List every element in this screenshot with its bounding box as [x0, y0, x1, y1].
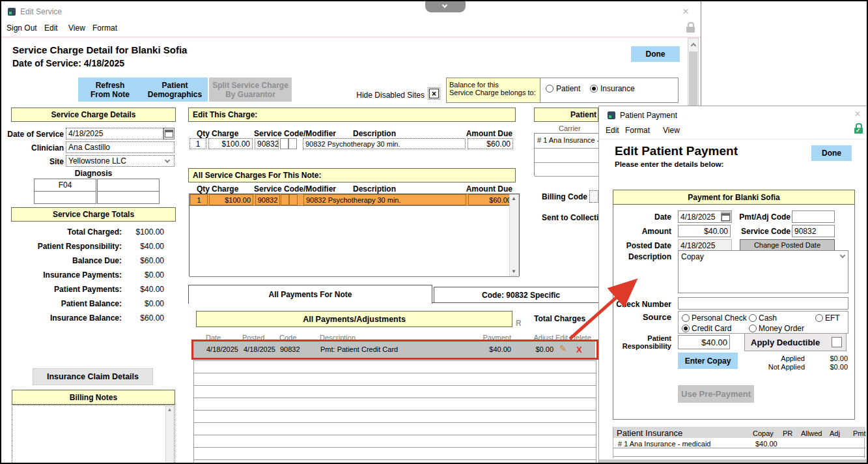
- source-group: Personal Check Cash EFT Credit Card Mone…: [678, 311, 848, 334]
- enter-copay-button[interactable]: Enter Copay: [678, 353, 738, 369]
- close-icon[interactable]: ×: [682, 5, 689, 18]
- pmt-adj-code-label: Pmt/Adj Code: [723, 212, 791, 222]
- patient-demographics-button[interactable]: Patient Demographics: [142, 78, 208, 102]
- calendar-icon: [165, 130, 173, 138]
- close-icon[interactable]: ×: [854, 108, 861, 121]
- flyout-handle[interactable]: [425, 1, 466, 12]
- source-credit-card-radio[interactable]: [682, 325, 690, 332]
- carrier-row[interactable]: # 1 Ana Insurance - medicaid: [537, 136, 599, 144]
- col-qty: Qty: [197, 129, 210, 138]
- date-of-service-input[interactable]: 4/18/2025: [66, 128, 163, 139]
- calendar-button[interactable]: [163, 128, 175, 139]
- service-code-input[interactable]: 90832: [792, 225, 835, 237]
- edit-description-input[interactable]: 90832 Psychotherapy 30 min.: [303, 138, 466, 149]
- balance-due-value: $60.00: [125, 256, 164, 265]
- patient-payments-value: $40.00: [125, 285, 164, 294]
- col-pmt: Pmt: [853, 429, 866, 437]
- description-textarea[interactable]: Copay: [678, 250, 848, 293]
- patient-insurance-header-row: Patient Insurance Copay PR Allwed Adj Pm…: [613, 427, 865, 438]
- check-number-input[interactable]: [678, 297, 848, 310]
- pmt-adj-code-input[interactable]: [792, 210, 835, 223]
- diagnosis-cell-4[interactable]: [97, 191, 160, 204]
- done-button[interactable]: Done: [631, 46, 680, 62]
- diagnosis-cell-3[interactable]: [34, 191, 96, 204]
- dialog-menu-view[interactable]: View: [663, 126, 680, 135]
- menu-sign-out[interactable]: Sign Out: [7, 23, 37, 33]
- apply-deductible-checkbox[interactable]: [832, 337, 842, 347]
- source-personal-check-radio[interactable]: [682, 314, 690, 322]
- all-payments-adjustments-header: All Payments/Adjustments: [196, 311, 512, 327]
- col-description: Description: [353, 129, 396, 138]
- menu-format[interactable]: Format: [92, 23, 117, 33]
- source-eft-label: EFT: [825, 313, 840, 323]
- insurance-row-name[interactable]: # 1 Ana Insurance - medicaid: [618, 440, 710, 448]
- col-charge: Charge: [212, 184, 238, 194]
- change-posted-date-button[interactable]: Change Posted Date: [740, 239, 835, 251]
- source-money-order-radio[interactable]: [749, 325, 757, 332]
- patient-radio[interactable]: [546, 85, 553, 93]
- split-service-charge-button: Split Service Charge By Guarantor: [209, 78, 292, 102]
- edit-qty-input[interactable]: 1: [189, 138, 206, 149]
- source-eft-radio[interactable]: [815, 314, 823, 322]
- empty-row: [193, 398, 596, 411]
- source-cash-radio[interactable]: [749, 314, 757, 322]
- diagnosis-cell-2[interactable]: [97, 179, 160, 192]
- insurance-radio[interactable]: [590, 85, 598, 93]
- scroll-up-icon[interactable]: ▲: [166, 407, 173, 413]
- edit-amount-due-input[interactable]: $60.00: [468, 138, 513, 149]
- insurance-claim-details-button[interactable]: Insurance Claim Details: [33, 368, 153, 385]
- description-label: Description: [619, 252, 671, 261]
- dialog-menu-edit[interactable]: Edit: [606, 126, 619, 135]
- edit-modifier1-input[interactable]: [280, 138, 288, 149]
- lock-icon: ✓: [854, 123, 863, 134]
- tab-all-payments[interactable]: All Payments For Note: [188, 285, 432, 304]
- diagnosis-cell-1[interactable]: F04: [34, 179, 96, 192]
- dialog-subheading: Please enter the details below:: [615, 160, 723, 168]
- dialog-menu-format[interactable]: Format: [625, 126, 650, 135]
- billing-code-input[interactable]: [589, 190, 598, 203]
- cell-amount-due: $60.00: [468, 194, 514, 205]
- scroll-up-icon[interactable]: [691, 43, 696, 48]
- payment-posted: 4/18/2025: [244, 345, 275, 353]
- patient-responsibility-input[interactable]: $40.00: [678, 335, 730, 349]
- patient-insurance-header: Patient Insurance: [617, 428, 682, 438]
- billing-notes-header: Billing Notes: [12, 390, 175, 405]
- scroll-down-icon[interactable]: ▼: [511, 268, 516, 274]
- dialog-done-button[interactable]: Done: [811, 145, 852, 161]
- empty-row: [193, 435, 596, 448]
- service-charges-scrollbar[interactable]: ▲ ▼: [509, 194, 519, 276]
- col-description: Description: [353, 184, 396, 194]
- main-scrollbar[interactable]: [688, 38, 699, 106]
- edit-code-input[interactable]: 90832: [255, 138, 279, 149]
- service-charge-row-selected[interactable]: 1 $100.00 90832 90832 Psychotherapy 30 m…: [189, 194, 519, 206]
- empty-row: [193, 422, 596, 436]
- empty-row: [189, 253, 519, 265]
- menu-separator: [1, 36, 701, 38]
- payment-row-selected[interactable]: 4/18/2025 4/18/2025 90832 Pmt: Patient C…: [193, 341, 595, 358]
- billing-notes-scrollbar[interactable]: ▲: [165, 406, 174, 463]
- edit-charge-input[interactable]: $100.00: [208, 138, 253, 149]
- col-amount-due: Amount Due: [457, 184, 512, 194]
- cell-mod2: [289, 194, 298, 205]
- annotation-arrow: [555, 268, 649, 347]
- empty-row: [193, 447, 596, 461]
- site-select[interactable]: Yellowstone LLC: [66, 155, 175, 167]
- hide-disabled-sites-checkbox[interactable]: ×: [429, 89, 439, 98]
- app-icon: [8, 8, 16, 16]
- source-credit-card-label: Credit Card: [692, 324, 731, 333]
- billing-notes-textarea[interactable]: ▲: [12, 405, 175, 464]
- scroll-up-icon[interactable]: ▲: [511, 196, 516, 201]
- col-copay: Copay: [753, 429, 774, 437]
- date-of-service-label: Date of Service: [5, 130, 64, 139]
- scrollbar-thumb[interactable]: [689, 51, 697, 106]
- menu-edit[interactable]: Edit: [44, 23, 58, 33]
- menu-view[interactable]: View: [68, 23, 85, 33]
- refresh-from-note-button[interactable]: Refresh From Note: [78, 78, 142, 102]
- cell-mod1: [281, 194, 289, 205]
- patient-balance-label: Patient Balance:: [8, 299, 122, 308]
- insurance-row-copay: $40.00: [755, 440, 777, 448]
- edit-modifier2-input[interactable]: [288, 138, 297, 149]
- clinician-input[interactable]: Ana Castillo: [66, 141, 175, 153]
- hide-disabled-sites-label: Hide Disabled Sites: [343, 91, 425, 100]
- patient-responsibility-value: $40.00: [125, 242, 164, 251]
